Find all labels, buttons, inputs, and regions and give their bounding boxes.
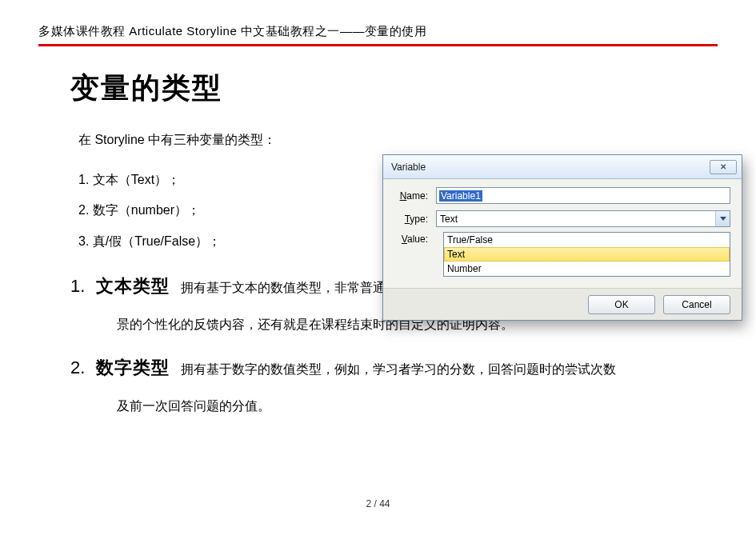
section-title: 数字类型	[96, 349, 170, 386]
section-title: 文本类型	[96, 268, 170, 305]
section-number: 2.	[70, 349, 85, 386]
dropdown-option-number[interactable]: Number	[444, 262, 730, 276]
dialog-titlebar: Variable ✕	[383, 155, 742, 179]
type-combo[interactable]: Text	[436, 210, 730, 227]
section-number: 1.	[70, 268, 85, 305]
name-value: Variable1	[439, 190, 482, 202]
header-text: 多媒体课件教程 Articulate Storyline 中文基础教程之一——变…	[38, 24, 426, 38]
section-number-type: 2. 数字类型 拥有基于数字的数值类型，例如，学习者学习的分数，回答问题时的尝试…	[70, 349, 718, 420]
close-icon: ✕	[720, 162, 726, 171]
value-label: Value:	[394, 234, 436, 245]
dropdown-option-truefalse[interactable]: True/False	[444, 233, 730, 247]
type-dropdown-list: True/False Text Number	[443, 232, 730, 277]
dropdown-option-text[interactable]: Text	[444, 247, 730, 262]
type-value: Text	[440, 214, 458, 225]
type-label: Type:	[394, 214, 436, 225]
name-input[interactable]: Variable1	[436, 187, 730, 204]
ok-button[interactable]: OK	[588, 295, 655, 314]
close-button[interactable]: ✕	[710, 160, 737, 174]
page-header: 多媒体课件教程 Articulate Storyline 中文基础教程之一——变…	[38, 24, 718, 46]
page-number: 2 / 44	[0, 498, 756, 509]
name-label: Name:	[394, 190, 436, 202]
cancel-button[interactable]: Cancel	[663, 295, 730, 314]
combo-dropdown-button[interactable]	[715, 211, 730, 226]
dialog-title-text: Variable	[391, 162, 426, 173]
chevron-down-icon	[720, 217, 726, 221]
section-body-cont: 及前一次回答问题的分值。	[70, 393, 718, 420]
section-body: 拥有基于数字的数值类型，例如，学习者学习的分数，回答问题时的尝试次数	[181, 356, 616, 383]
variable-dialog: Variable ✕ Name: Variable1 Type: Text	[382, 154, 742, 321]
intro-text: 在 Storyline 中有三种变量的类型：	[70, 132, 718, 149]
page-title: 变量的类型	[70, 69, 718, 108]
